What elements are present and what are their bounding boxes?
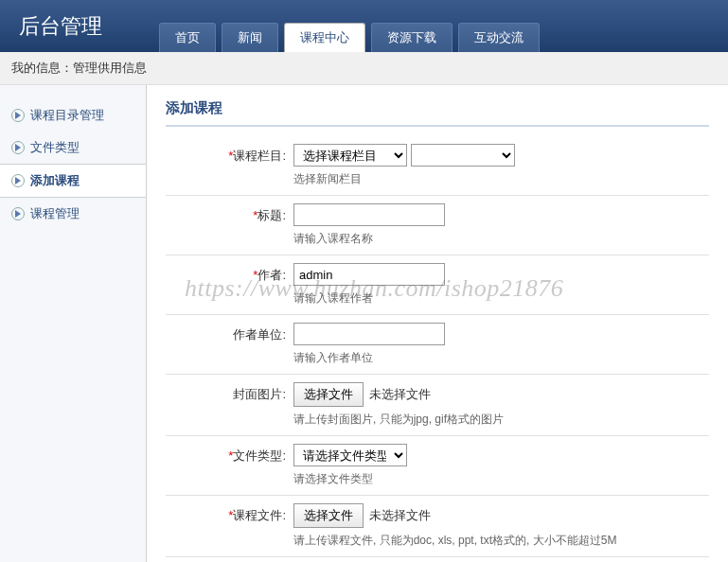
nav-tab-resource[interactable]: 资源下载 <box>371 23 453 52</box>
nav-tab-home[interactable]: 首页 <box>159 23 216 52</box>
coursefile-button[interactable]: 选择文件 <box>293 503 364 528</box>
category-select-2[interactable] <box>411 144 515 167</box>
form-field: 选择文件未选择文件 请上传课程文件, 只能为doc, xls, ppt, txt… <box>293 503 709 549</box>
nav-tab-interact[interactable]: 互动交流 <box>458 23 540 52</box>
sidebar-item-label: 添加课程 <box>30 172 80 189</box>
author-input[interactable] <box>293 263 445 286</box>
page-title: 添加课程 <box>166 99 709 127</box>
form-label: *标题: <box>166 203 293 247</box>
breadcrumb: 我的信息：管理供用信息 <box>0 52 728 85</box>
cover-file-button[interactable]: 选择文件 <box>293 382 364 407</box>
title-input[interactable] <box>293 203 445 226</box>
file-status: 未选择文件 <box>369 508 431 522</box>
form-field: 请输入课程作者 <box>293 263 709 307</box>
nav-tabs: 首页 新闻 课程中心 资源下载 互动交流 <box>159 23 540 52</box>
arrow-icon <box>11 207 25 220</box>
form-hint: 请上传封面图片, 只能为jpg, gif格式的图片 <box>293 412 709 428</box>
form-label: *作者: <box>166 263 293 307</box>
sidebar-item-filetype[interactable]: 文件类型 <box>0 132 146 164</box>
sidebar: 课程目录管理 文件类型 添加课程 课程管理 <box>0 85 147 562</box>
form-row-category: *课程栏目: 选择课程栏目 选择新闻栏目 <box>166 136 709 196</box>
form-label: 作者单位: <box>166 323 293 366</box>
form-hint: 选择新闻栏目 <box>293 171 709 187</box>
sidebar-item-coursemgmt[interactable]: 课程管理 <box>0 198 146 230</box>
category-select[interactable]: 选择课程栏目 <box>293 144 407 167</box>
form-field: 请选择文件类型 请选择文件类型 <box>293 444 709 487</box>
form-field: 选择课程栏目 选择新闻栏目 <box>293 144 709 187</box>
filetype-select[interactable]: 请选择文件类型 <box>293 444 407 466</box>
main: 课程目录管理 文件类型 添加课程 课程管理 添加课程 *课程栏目: 选择课程栏目… <box>0 85 728 562</box>
arrow-icon <box>11 109 25 122</box>
arrow-icon <box>11 141 25 154</box>
sidebar-item-addcourse[interactable]: 添加课程 <box>0 164 146 198</box>
nav-tab-news[interactable]: 新闻 <box>222 23 278 52</box>
form-row-flashfile: *FLASH文件: 选择文件未选择文件 请上传课程文件Flash, swf格式,… <box>166 557 709 562</box>
form-row-author-unit: 作者单位: 请输入作者单位 <box>166 315 709 375</box>
form-label: *课程栏目: <box>166 144 293 187</box>
sidebar-item-label: 文件类型 <box>30 139 80 156</box>
nav-tab-course[interactable]: 课程中心 <box>284 23 365 52</box>
author-unit-input[interactable] <box>293 323 445 345</box>
form-field: 请输入课程名称 <box>293 203 709 247</box>
sidebar-item-catalog[interactable]: 课程目录管理 <box>0 99 146 132</box>
logo: 后台管理 <box>19 12 102 41</box>
form-hint: 请选择文件类型 <box>293 471 709 487</box>
form-label: *课程文件: <box>166 503 293 549</box>
form-hint: 请输入课程名称 <box>293 231 709 247</box>
form-row-author: *作者: 请输入课程作者 <box>166 255 709 315</box>
form-field: 请输入作者单位 <box>293 323 709 366</box>
form-row-coursefile: *课程文件: 选择文件未选择文件 请上传课程文件, 只能为doc, xls, p… <box>166 496 709 557</box>
sidebar-item-label: 课程管理 <box>30 205 80 222</box>
form-label: 封面图片: <box>166 382 293 428</box>
file-status: 未选择文件 <box>369 387 431 401</box>
header: 后台管理 首页 新闻 课程中心 资源下载 互动交流 <box>0 0 728 52</box>
form-row-filetype: *文件类型: 请选择文件类型 请选择文件类型 <box>166 436 709 496</box>
form-row-title: *标题: 请输入课程名称 <box>166 196 709 255</box>
form-row-cover: 封面图片: 选择文件未选择文件 请上传封面图片, 只能为jpg, gif格式的图… <box>166 375 709 436</box>
form-label: *文件类型: <box>166 444 293 487</box>
sidebar-item-label: 课程目录管理 <box>30 107 104 124</box>
form-hint: 请上传课程文件, 只能为doc, xls, ppt, txt格式的, 大小不能超… <box>293 533 709 549</box>
arrow-icon <box>11 174 25 187</box>
content: 添加课程 *课程栏目: 选择课程栏目 选择新闻栏目 *标题: 请输入课程名称 *… <box>147 85 728 562</box>
form-hint: 请输入作者单位 <box>293 350 709 366</box>
form-hint: 请输入课程作者 <box>293 290 709 307</box>
form-field: 选择文件未选择文件 请上传封面图片, 只能为jpg, gif格式的图片 <box>293 382 709 428</box>
